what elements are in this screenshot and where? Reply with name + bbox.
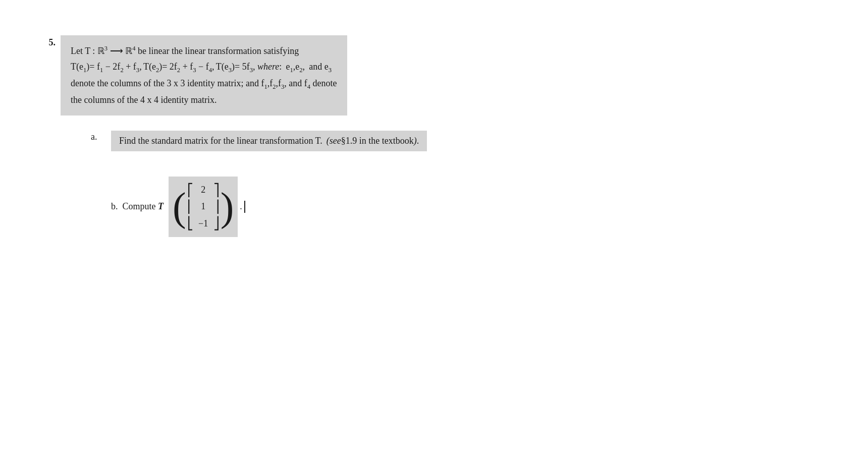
matrix-outer: ( ⎡ ⎢ ⎣ 2 1 −1 ⎤ xyxy=(169,177,238,237)
statement-line1: Let T : ℝ3 ⟶ ℝ4 be linear the linear tra… xyxy=(71,43,337,59)
problem-statement: Let T : ℝ3 ⟶ ℝ4 be linear the linear tra… xyxy=(61,35,347,116)
period: . xyxy=(240,201,242,212)
cursor xyxy=(244,201,245,213)
sub-problem-b: b. Compute T ( ⎡ ⎢ ⎣ 2 1 −1 xyxy=(91,166,838,237)
matrix-values: 2 1 −1 xyxy=(193,182,213,232)
big-paren-right: ) xyxy=(221,187,234,227)
problem-number: 5. xyxy=(30,35,56,48)
bracket-mid-right: ⎥ xyxy=(213,201,220,213)
problem-5-block: 5. Let T : ℝ3 ⟶ ℝ4 be linear the linear … xyxy=(30,35,838,116)
bracket-bot-left: ⎣ xyxy=(187,217,193,229)
sub-a-label: a. xyxy=(91,131,111,142)
page-container: 5. Let T : ℝ3 ⟶ ℝ4 be linear the linear … xyxy=(0,0,868,272)
sub-problems: a. Find the standard matrix for the line… xyxy=(91,131,838,237)
statement-line2: T(e1)= f1 − 2f2 + f3, T(e2)= 2f2 + f3 − … xyxy=(71,59,337,76)
bracket-top-right: ⎤ xyxy=(213,184,220,196)
bracket-top-left: ⎡ xyxy=(187,184,193,196)
sub-a-content: Find the standard matrix for the linear … xyxy=(111,131,427,151)
matrix-cell-2: 1 xyxy=(198,200,208,213)
big-paren-left: ( xyxy=(173,187,186,227)
sub-problem-a: a. Find the standard matrix for the line… xyxy=(91,131,838,151)
statement-line3: denote the columns of the 3 x 3 identity… xyxy=(71,76,337,92)
sub-b-label: b. Compute T xyxy=(111,201,164,212)
matrix-cell-1: 2 xyxy=(198,184,208,196)
statement-line4: the columns of the 4 x 4 identity matrix… xyxy=(71,92,337,108)
matrix-cell-3: −1 xyxy=(198,217,208,230)
bracket-mid-left: ⎢ xyxy=(187,201,193,213)
sub-b-content: b. Compute T ( ⎡ ⎢ ⎣ 2 1 −1 xyxy=(111,177,245,237)
bracket-bot-right: ⎦ xyxy=(213,217,220,229)
